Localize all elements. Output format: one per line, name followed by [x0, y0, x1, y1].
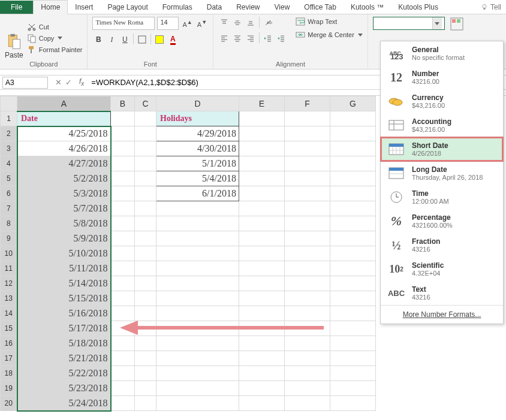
cell[interactable]: [156, 246, 239, 261]
row-header[interactable]: 19: [1, 381, 17, 396]
col-header-B[interactable]: B: [111, 96, 135, 111]
cell[interactable]: [156, 336, 239, 351]
cell[interactable]: [239, 216, 285, 231]
bold-button[interactable]: B: [92, 34, 104, 46]
cell[interactable]: [239, 186, 285, 201]
cell[interactable]: [111, 216, 135, 231]
cell[interactable]: [111, 351, 135, 366]
align-right-button[interactable]: [245, 32, 257, 44]
underline-button[interactable]: U: [119, 34, 131, 46]
cell[interactable]: [111, 276, 135, 291]
row-header[interactable]: 11: [1, 261, 17, 276]
copy-button[interactable]: Copy: [27, 34, 83, 43]
row-header[interactable]: 12: [1, 276, 17, 291]
cell[interactable]: 5/22/2018: [17, 366, 111, 381]
format-currency[interactable]: Currency$43,216.00: [381, 89, 503, 113]
row-header[interactable]: 8: [1, 216, 17, 231]
cell[interactable]: [135, 201, 156, 216]
cell[interactable]: 5/11/2018: [17, 261, 111, 276]
cell[interactable]: [330, 321, 376, 336]
cell[interactable]: [239, 306, 285, 321]
cell[interactable]: [285, 201, 330, 216]
fx-icon[interactable]: fx: [76, 77, 88, 87]
conditional-formatting-icon[interactable]: [450, 17, 464, 31]
cell[interactable]: Date: [17, 111, 111, 126]
font-size-select[interactable]: 14: [157, 17, 179, 30]
row-header[interactable]: 1: [1, 111, 17, 126]
cell[interactable]: [330, 216, 376, 231]
cell[interactable]: [156, 291, 239, 306]
cell[interactable]: [135, 186, 156, 201]
row-header[interactable]: 15: [1, 321, 17, 336]
cell[interactable]: [239, 201, 285, 216]
row-header[interactable]: 5: [1, 171, 17, 186]
cell[interactable]: 5/16/2018: [17, 306, 111, 321]
cell[interactable]: 4/29/2018: [156, 126, 239, 141]
cell[interactable]: [285, 306, 330, 321]
enter-formula-icon[interactable]: ✓: [65, 78, 72, 87]
cell[interactable]: [156, 276, 239, 291]
cell[interactable]: [111, 141, 135, 156]
cell[interactable]: [111, 231, 135, 246]
cell[interactable]: 5/3/2018: [17, 186, 111, 201]
merge-center-button[interactable]: Merge & Center: [296, 30, 363, 40]
fill-color-button[interactable]: [153, 34, 165, 46]
cell[interactable]: [285, 291, 330, 306]
cell[interactable]: Holidays: [156, 111, 239, 126]
cell[interactable]: 5/1/2018: [156, 156, 239, 171]
cell[interactable]: [135, 276, 156, 291]
align-bottom-button[interactable]: [245, 17, 257, 29]
cell[interactable]: [111, 261, 135, 276]
cell[interactable]: [156, 351, 239, 366]
cell[interactable]: [285, 156, 330, 171]
cell[interactable]: [156, 366, 239, 381]
cell[interactable]: 5/10/2018: [17, 246, 111, 261]
align-top-button[interactable]: [218, 17, 230, 29]
cell[interactable]: [156, 381, 239, 396]
cell[interactable]: [135, 111, 156, 126]
cell[interactable]: 6/1/2018: [156, 186, 239, 201]
col-header-G[interactable]: G: [330, 96, 376, 111]
cell[interactable]: 4/26/2018: [17, 141, 111, 156]
row-header[interactable]: 10: [1, 246, 17, 261]
cell[interactable]: [330, 291, 376, 306]
tab-insert[interactable]: Insert: [68, 1, 100, 14]
cell[interactable]: [135, 291, 156, 306]
format-general[interactable]: ABC123 GeneralNo specific format: [381, 41, 503, 65]
cell[interactable]: 5/14/2018: [17, 276, 111, 291]
cell[interactable]: [330, 261, 376, 276]
cancel-formula-icon[interactable]: ✕: [55, 78, 62, 87]
cell[interactable]: [135, 351, 156, 366]
align-center-button[interactable]: [231, 32, 243, 44]
tell-me[interactable]: Tell: [481, 3, 506, 11]
col-header-A[interactable]: A: [17, 96, 111, 111]
cell[interactable]: [135, 171, 156, 186]
cell[interactable]: [285, 276, 330, 291]
row-header[interactable]: 4: [1, 156, 17, 171]
cell[interactable]: [285, 261, 330, 276]
cell[interactable]: [135, 396, 156, 411]
paste-button[interactable]: Paste: [5, 17, 23, 59]
cell[interactable]: 5/8/2018: [17, 216, 111, 231]
cell[interactable]: 5/9/2018: [17, 231, 111, 246]
row-header[interactable]: 17: [1, 351, 17, 366]
font-color-button[interactable]: [167, 34, 179, 46]
cell[interactable]: [135, 141, 156, 156]
cell[interactable]: [111, 201, 135, 216]
format-fraction[interactable]: ½ Fraction43216: [381, 233, 503, 257]
cell[interactable]: [135, 336, 156, 351]
cell[interactable]: [330, 306, 376, 321]
cell[interactable]: [239, 276, 285, 291]
cell[interactable]: [156, 201, 239, 216]
cell[interactable]: [111, 291, 135, 306]
cell[interactable]: [330, 111, 376, 126]
row-header[interactable]: 2: [1, 126, 17, 141]
cell[interactable]: [239, 156, 285, 171]
cell[interactable]: [239, 246, 285, 261]
wrap-text-button[interactable]: Wrap Text: [296, 17, 363, 26]
format-long-date[interactable]: Long DateThursday, April 26, 2018: [381, 161, 503, 185]
tab-kutools-plus[interactable]: Kutools Plus: [391, 1, 445, 14]
cell[interactable]: [156, 396, 239, 411]
tab-review[interactable]: Review: [229, 1, 267, 14]
cell[interactable]: 4/25/2018: [17, 126, 111, 141]
